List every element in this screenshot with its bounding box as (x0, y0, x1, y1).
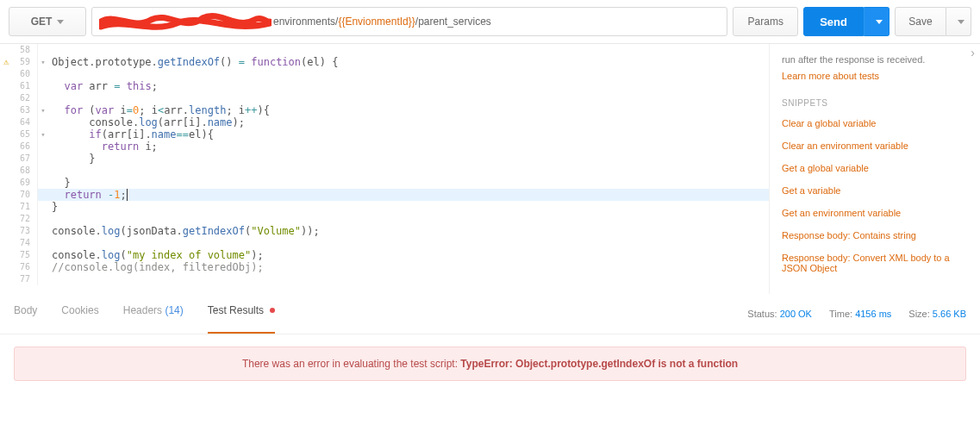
code-content: if(arr[i].name==el){ (48, 128, 214, 141)
fold-icon (38, 273, 48, 285)
code-content: } (48, 201, 58, 213)
url-input[interactable]: environments/{{EnvionmentId}}/parent_ser… (91, 7, 727, 36)
send-button[interactable]: Send (803, 7, 864, 36)
code-line[interactable]: 76//console.log(index, filteredObj); (0, 261, 769, 273)
fold-icon (38, 177, 48, 189)
code-content: Object.prototype.getIndexOf() = function… (48, 56, 338, 68)
line-number: 72 (0, 213, 38, 225)
fold-icon[interactable]: ▾ (38, 128, 48, 141)
fold-icon[interactable]: ▾ (38, 56, 48, 68)
code-content: return -1; (48, 189, 128, 201)
save-button[interactable]: Save (895, 7, 946, 36)
send-dropdown[interactable] (864, 7, 889, 36)
close-sidebar-icon[interactable]: › (971, 46, 975, 59)
method-dropdown[interactable]: GET (9, 7, 86, 36)
code-line[interactable]: 66 return i; (0, 141, 769, 153)
code-line[interactable]: 69 } (0, 177, 769, 189)
fold-icon (38, 261, 48, 273)
line-number: 63 (0, 104, 38, 116)
line-number: 67 (0, 153, 38, 165)
line-number: 62 (0, 92, 38, 104)
snippet-link[interactable]: Clear an environment variable (782, 141, 968, 151)
line-number: 70 (0, 189, 38, 201)
code-content: } (48, 177, 71, 189)
code-line[interactable]: 77 (0, 273, 769, 285)
snippet-link[interactable]: Get an environment variable (782, 208, 968, 218)
tab-test-results[interactable]: Test Results (208, 304, 276, 323)
code-line[interactable]: 73console.log(jsonData.getIndexOf("Volum… (0, 225, 769, 237)
fold-icon (38, 80, 48, 92)
line-number: 77 (0, 273, 38, 285)
line-number: 58 (0, 44, 38, 56)
code-content (48, 273, 52, 285)
response-tabs-row: Body Cookies Headers (14) Test Results S… (0, 294, 980, 334)
snippet-link[interactable]: Response body: Contains string (782, 230, 968, 240)
snippet-link[interactable]: Response body: Convert XML body to a JSO… (782, 253, 968, 273)
code-line[interactable]: 65▾ if(arr[i].name==el){ (0, 128, 769, 141)
snippet-link[interactable]: Clear a global variable (782, 118, 968, 128)
tab-cookies[interactable]: Cookies (61, 304, 98, 323)
fold-icon (38, 116, 48, 128)
code-line[interactable]: 68 (0, 165, 769, 177)
code-line[interactable]: 58 (0, 44, 769, 56)
chevron-down-icon (958, 20, 964, 24)
code-line[interactable]: 61 var arr = this; (0, 80, 769, 92)
snippet-link[interactable]: Get a global variable (782, 163, 968, 173)
code-line[interactable]: 75console.log("my index of volume"); (0, 249, 769, 261)
fold-icon (38, 44, 48, 56)
line-number: 71 (0, 201, 38, 213)
fold-icon (38, 153, 48, 165)
snippet-link[interactable]: Get a variable (782, 185, 968, 196)
test-script-editor[interactable]: 5859▾Object.prototype.getIndexOf() = fun… (0, 44, 769, 294)
code-line[interactable]: 67 } (0, 153, 769, 165)
fold-icon (38, 237, 48, 249)
line-number: 74 (0, 237, 38, 249)
code-content (48, 237, 52, 249)
code-content: console.log("my index of volume"); (48, 249, 264, 261)
fold-icon (38, 165, 48, 177)
learn-more-link[interactable]: Learn more about tests (782, 71, 968, 81)
line-number: 69 (0, 177, 38, 189)
fold-icon (38, 201, 48, 213)
code-line[interactable]: 59▾Object.prototype.getIndexOf() = funct… (0, 56, 769, 68)
fold-icon (38, 68, 48, 80)
line-number: 59 (0, 56, 38, 68)
line-number: 73 (0, 225, 38, 237)
request-toolbar: GET environments/{{EnvionmentId}}/parent… (0, 0, 980, 43)
send-group: Send (803, 7, 889, 36)
save-dropdown[interactable] (946, 7, 971, 36)
code-content: //console.log(index, filteredObj); (48, 261, 264, 273)
chevron-down-icon (876, 20, 883, 24)
code-line[interactable]: 64 console.log(arr[i].name); (0, 116, 769, 128)
code-line[interactable]: 70 return -1; (0, 189, 769, 201)
code-content (48, 165, 52, 177)
response-tabs: Body Cookies Headers (14) Test Results (14, 304, 275, 323)
code-line[interactable]: 60 (0, 68, 769, 80)
tab-body[interactable]: Body (14, 304, 37, 323)
line-number: 75 (0, 249, 38, 261)
code-line[interactable]: 71} (0, 201, 769, 213)
code-content (48, 92, 52, 104)
code-line[interactable]: 62 (0, 92, 769, 104)
code-content (48, 213, 52, 225)
fold-icon (38, 141, 48, 153)
sidebar-description: run after the response is received. (782, 53, 968, 67)
params-button[interactable]: Params (733, 7, 798, 36)
code-content: } (48, 153, 96, 165)
line-number: 65 (0, 128, 38, 141)
code-line[interactable]: 63▾ for (var i=0; i<arr.length; i++){ (0, 104, 769, 116)
code-content: var arr = this; (48, 80, 158, 92)
code-content: return i; (48, 141, 158, 153)
redaction-scribble (99, 11, 272, 32)
tab-headers[interactable]: Headers (14) (123, 304, 184, 323)
time-label: Time: 4156 ms (829, 309, 891, 319)
snippets-sidebar: › run after the response is received. Le… (769, 44, 980, 294)
code-content: for (var i=0; i<arr.length; i++){ (48, 104, 270, 116)
code-line[interactable]: 74 (0, 237, 769, 249)
fold-icon[interactable]: ▾ (38, 104, 48, 116)
fold-icon (38, 213, 48, 225)
line-number: 60 (0, 68, 38, 80)
error-dot-icon (270, 308, 275, 313)
code-line[interactable]: 72 (0, 213, 769, 225)
fold-icon (38, 249, 48, 261)
